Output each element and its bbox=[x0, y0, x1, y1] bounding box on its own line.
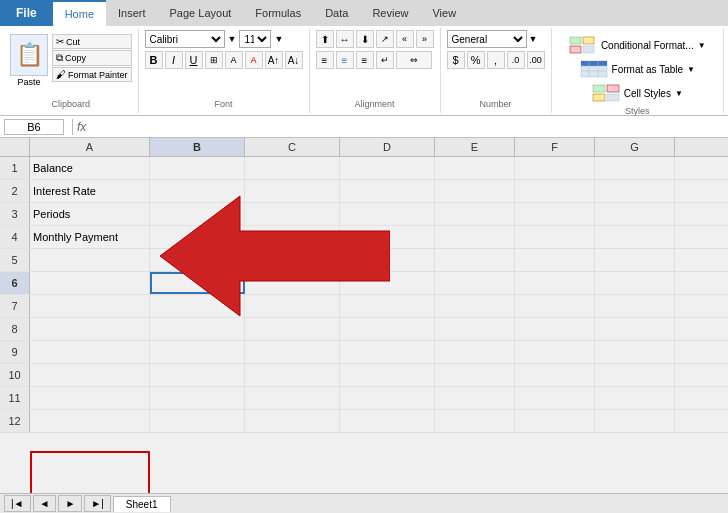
cell-styles-button[interactable]: Cell Styles ▼ bbox=[588, 82, 687, 104]
tab-formulas[interactable]: Formulas bbox=[243, 0, 313, 26]
cell-a5[interactable] bbox=[30, 249, 150, 271]
col-header-c[interactable]: C bbox=[245, 138, 340, 156]
cell-c6[interactable] bbox=[245, 272, 340, 294]
font-family-select[interactable]: Calibri bbox=[145, 30, 225, 48]
cell-f3[interactable] bbox=[515, 203, 595, 225]
tab-insert[interactable]: Insert bbox=[106, 0, 158, 26]
cell-a4[interactable]: Monthly Payment bbox=[30, 226, 150, 248]
font-size-increase[interactable]: A↑ bbox=[265, 51, 283, 69]
cell-d12[interactable] bbox=[340, 410, 435, 432]
cell-d10[interactable] bbox=[340, 364, 435, 386]
cell-b3[interactable] bbox=[150, 203, 245, 225]
cell-f2[interactable] bbox=[515, 180, 595, 202]
cell-a12[interactable] bbox=[30, 410, 150, 432]
cell-a9[interactable] bbox=[30, 341, 150, 363]
sheet-tab-1[interactable]: Sheet1 bbox=[113, 496, 171, 512]
cell-f7[interactable] bbox=[515, 295, 595, 317]
cell-g2[interactable] bbox=[595, 180, 675, 202]
sheet-nav-prev[interactable]: ◄ bbox=[33, 495, 57, 512]
align-bottom-button[interactable]: ⬇ bbox=[356, 30, 374, 48]
cell-g1[interactable] bbox=[595, 157, 675, 179]
cell-e10[interactable] bbox=[435, 364, 515, 386]
cell-d9[interactable] bbox=[340, 341, 435, 363]
font-size-select[interactable]: 11 bbox=[239, 30, 271, 48]
cell-g9[interactable] bbox=[595, 341, 675, 363]
cell-d3[interactable] bbox=[340, 203, 435, 225]
cell-f9[interactable] bbox=[515, 341, 595, 363]
cell-c5[interactable] bbox=[245, 249, 340, 271]
cell-f11[interactable] bbox=[515, 387, 595, 409]
cell-f10[interactable] bbox=[515, 364, 595, 386]
col-header-d[interactable]: D bbox=[340, 138, 435, 156]
tab-home[interactable]: Home bbox=[53, 0, 106, 26]
cell-g8[interactable] bbox=[595, 318, 675, 340]
cell-c1[interactable] bbox=[245, 157, 340, 179]
cell-a11[interactable] bbox=[30, 387, 150, 409]
cell-b2[interactable] bbox=[150, 180, 245, 202]
cell-e3[interactable] bbox=[435, 203, 515, 225]
cell-d5[interactable] bbox=[340, 249, 435, 271]
cell-d4[interactable] bbox=[340, 226, 435, 248]
cell-f5[interactable] bbox=[515, 249, 595, 271]
underline-button[interactable]: U bbox=[185, 51, 203, 69]
cell-e6[interactable] bbox=[435, 272, 515, 294]
wrap-text-button[interactable]: ↵ bbox=[376, 51, 394, 69]
cell-g4[interactable] bbox=[595, 226, 675, 248]
cut-button[interactable]: ✂ Cut bbox=[52, 34, 132, 49]
percent-button[interactable]: % bbox=[467, 51, 485, 69]
cell-c10[interactable] bbox=[245, 364, 340, 386]
sheet-nav-last[interactable]: ►| bbox=[84, 495, 111, 512]
cell-reference-box[interactable]: B6 bbox=[4, 119, 64, 135]
copy-button[interactable]: ⧉ Copy bbox=[52, 50, 132, 66]
format-as-table-button[interactable]: Format as Table ▼ bbox=[576, 58, 699, 80]
cell-a1[interactable]: Balance bbox=[30, 157, 150, 179]
font-size-decrease[interactable]: A↓ bbox=[285, 51, 303, 69]
cell-b8[interactable] bbox=[150, 318, 245, 340]
cell-b9[interactable] bbox=[150, 341, 245, 363]
col-header-f[interactable]: F bbox=[515, 138, 595, 156]
cell-g11[interactable] bbox=[595, 387, 675, 409]
cell-d7[interactable] bbox=[340, 295, 435, 317]
cell-c4[interactable] bbox=[245, 226, 340, 248]
cell-b1[interactable] bbox=[150, 157, 245, 179]
cell-d8[interactable] bbox=[340, 318, 435, 340]
cell-b12[interactable] bbox=[150, 410, 245, 432]
cell-c9[interactable] bbox=[245, 341, 340, 363]
paste-button[interactable]: 📋 Paste bbox=[10, 34, 48, 87]
cell-c11[interactable] bbox=[245, 387, 340, 409]
cell-g3[interactable] bbox=[595, 203, 675, 225]
conditional-format-button[interactable]: Conditional Format... ▼ bbox=[565, 34, 710, 56]
cell-b6[interactable] bbox=[150, 272, 245, 294]
fill-color-button[interactable]: A bbox=[225, 51, 243, 69]
col-header-e[interactable]: E bbox=[435, 138, 515, 156]
cell-a6[interactable] bbox=[30, 272, 150, 294]
cell-g6[interactable] bbox=[595, 272, 675, 294]
col-header-g[interactable]: G bbox=[595, 138, 675, 156]
cell-c7[interactable] bbox=[245, 295, 340, 317]
decimal-decrease-button[interactable]: .00 bbox=[527, 51, 545, 69]
cell-b5[interactable] bbox=[150, 249, 245, 271]
cell-e11[interactable] bbox=[435, 387, 515, 409]
cell-a2[interactable]: Interest Rate bbox=[30, 180, 150, 202]
tab-review[interactable]: Review bbox=[360, 0, 420, 26]
cell-c12[interactable] bbox=[245, 410, 340, 432]
cell-f12[interactable] bbox=[515, 410, 595, 432]
align-left-button[interactable]: ≡ bbox=[316, 51, 334, 69]
tab-view[interactable]: View bbox=[420, 0, 468, 26]
cell-d2[interactable] bbox=[340, 180, 435, 202]
currency-button[interactable]: $ bbox=[447, 51, 465, 69]
cell-f6[interactable] bbox=[515, 272, 595, 294]
cell-a10[interactable] bbox=[30, 364, 150, 386]
bold-button[interactable]: B bbox=[145, 51, 163, 69]
cell-g7[interactable] bbox=[595, 295, 675, 317]
indent-increase-button[interactable]: » bbox=[416, 30, 434, 48]
cell-f1[interactable] bbox=[515, 157, 595, 179]
cell-e1[interactable] bbox=[435, 157, 515, 179]
cell-a3[interactable]: Periods bbox=[30, 203, 150, 225]
merge-center-button[interactable]: ⇔ bbox=[396, 51, 432, 69]
cell-d11[interactable] bbox=[340, 387, 435, 409]
tab-data[interactable]: Data bbox=[313, 0, 360, 26]
border-button[interactable]: ⊞ bbox=[205, 51, 223, 69]
cell-b10[interactable] bbox=[150, 364, 245, 386]
tab-page-layout[interactable]: Page Layout bbox=[158, 0, 244, 26]
